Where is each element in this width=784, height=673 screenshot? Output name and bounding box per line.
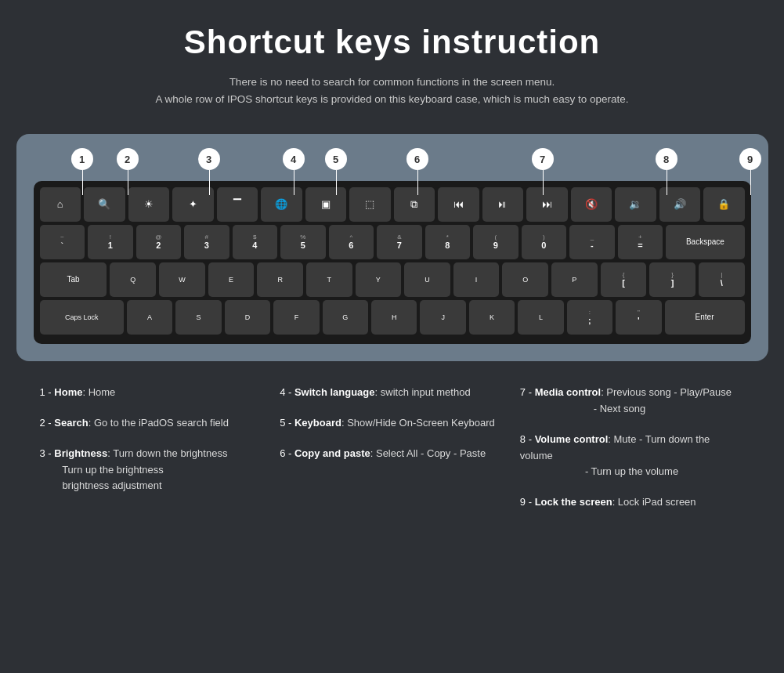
key-globe[interactable]: 🌐 [261,187,302,222]
key-g[interactable]: G [323,300,368,335]
desc-item-3: 3 - Brightness: Turn down the brightness… [40,446,265,494]
key-8[interactable]: *8 [425,225,471,259]
descriptions: 1 - Home: Home 2 - Search: Go to the iPa… [16,369,768,541]
key-r[interactable]: R [257,262,303,297]
key-0[interactable]: )0 [522,225,567,259]
key-a[interactable]: A [127,300,172,335]
key-o[interactable]: O [502,262,548,297]
key-f[interactable]: F [273,300,319,335]
key-tilde[interactable]: ~` [40,225,85,259]
key-vol-down[interactable]: 🔉 [615,187,656,222]
subtitle: There is no need to search for common fu… [155,74,628,107]
key-p[interactable]: P [551,262,598,297]
key-bright-up[interactable]: ✦ [172,187,214,222]
key-2[interactable]: @2 [136,225,182,259]
key-row-3: Tab Q W E R T Y U I O P {[ }] |\ [40,262,745,297]
badge-9: 9 [739,148,761,170]
key-prev[interactable]: ⏮ [438,187,479,222]
key-5[interactable]: %5 [280,225,326,259]
badge-2: 2 [117,148,139,170]
key-capslock[interactable]: Caps Lock [40,300,124,335]
key-lbracket[interactable]: {[ [601,262,647,297]
key-semicolon[interactable]: :; [567,300,612,335]
desc-text-6: : Select All - Copy - Paste [370,447,486,459]
badge-line-8 [667,170,667,195]
key-e[interactable]: E [208,262,255,297]
key-row-1: ⌂ 🔍 ☀ ✦ ▔ 🌐 ▣ ⬚ ⧉ ⏮ ⏯ ⏭ 🔇 🔉 🔊 🔒 [40,187,745,222]
key-7[interactable]: &7 [377,225,422,259]
badge-line-9 [750,170,751,195]
key-screenshot1[interactable]: ▣ [305,187,347,222]
desc-num-3: 3 - [40,447,55,459]
desc-item-8: 8 - Volume control: Mute - Turn down the… [520,432,745,480]
desc-col-1: 1 - Home: Home 2 - Search: Go to the iPa… [40,385,265,525]
badges-row: 1 2 3 4 5 6 7 8 9 [34,148,751,179]
desc-item-1: 1 - Home: Home [40,385,265,401]
key-splitview[interactable]: ⧉ [394,187,435,222]
badge-3: 3 [198,148,220,170]
key-9[interactable]: (9 [473,225,518,259]
badge-line-7 [543,170,544,195]
badge-4: 4 [283,148,305,170]
key-minus[interactable]: _- [569,225,615,259]
key-equals[interactable]: += [618,225,663,259]
key-next[interactable]: ⏭ [526,187,568,222]
key-tab[interactable]: Tab [40,262,107,297]
key-1[interactable]: !1 [88,225,133,259]
desc-item-2: 2 - Search: Go to the iPadOS search fiel… [40,415,265,432]
key-media-bar[interactable]: ▔ [217,187,258,222]
badge-line-2 [128,170,128,195]
key-vol-up[interactable]: 🔊 [659,187,701,222]
key-lock[interactable]: 🔒 [703,187,745,222]
key-d[interactable]: D [225,300,270,335]
main-title: Shortcut keys instruction [155,24,628,61]
key-backspace[interactable]: Backspace [666,225,744,259]
desc-label-7: Media control [535,386,602,398]
key-u[interactable]: U [404,262,450,297]
key-y[interactable]: Y [356,262,402,297]
key-j[interactable]: J [420,300,465,335]
desc-label-3: Brightness [54,447,107,459]
keyboard-container: 1 2 3 4 5 6 7 8 9 ⌂ 🔍 ☀ ✦ ▔ 🌐 ▣ ⬚ ⧉ ⏮ [16,134,768,361]
badge-7: 7 [532,148,554,170]
key-screenshot2[interactable]: ⬚ [349,187,391,222]
key-home[interactable]: ⌂ [40,187,81,222]
key-i[interactable]: I [453,262,500,297]
badge-6: 6 [406,148,428,170]
key-rbracket[interactable]: }] [649,262,695,297]
desc-num-4: 4 - [280,386,294,398]
key-quote[interactable]: "' [616,300,661,335]
desc-label-9: Lock the screen [535,496,612,508]
key-h[interactable]: H [371,300,417,335]
desc-text-9: : Lock iPad screen [612,496,696,508]
desc-item-5: 5 - Keyboard: Show/Hide On-Screen Keyboa… [280,415,504,432]
key-4[interactable]: $4 [233,225,278,259]
badge-1: 1 [71,148,93,170]
key-6[interactable]: ^6 [329,225,374,259]
badge-8: 8 [656,148,677,170]
desc-num-9: 9 - [520,496,535,508]
key-q[interactable]: Q [110,262,156,297]
key-bright-down[interactable]: ☀ [128,187,170,222]
key-enter[interactable]: Enter [665,300,745,335]
key-w[interactable]: W [159,262,205,297]
badge-line-4 [294,170,294,195]
key-3[interactable]: #3 [184,225,229,259]
desc-num-8: 8 - [520,433,535,445]
key-t[interactable]: T [306,262,352,297]
key-search[interactable]: 🔍 [84,187,125,222]
key-row-2: ~` !1 @2 #3 $4 %5 ^6 &7 *8 (9 )0 _- += B… [40,225,745,259]
desc-item-7: 7 - Media control: Previous song - Play/… [520,385,745,418]
key-playpause[interactable]: ⏯ [482,187,524,222]
header: Shortcut keys instruction There is no ne… [139,0,644,115]
key-backslash[interactable]: |\ [699,262,745,297]
key-row-4: Caps Lock A S D F G H J K L :; "' Enter [40,300,745,335]
key-l[interactable]: L [518,300,563,335]
key-mute[interactable]: 🔇 [571,187,612,222]
badge-line-6 [417,170,418,195]
key-s[interactable]: S [175,300,221,335]
desc-label-4: Switch language [294,386,375,398]
badge-5: 5 [325,148,347,170]
key-k[interactable]: K [469,300,515,335]
badge-line-3 [209,170,210,195]
